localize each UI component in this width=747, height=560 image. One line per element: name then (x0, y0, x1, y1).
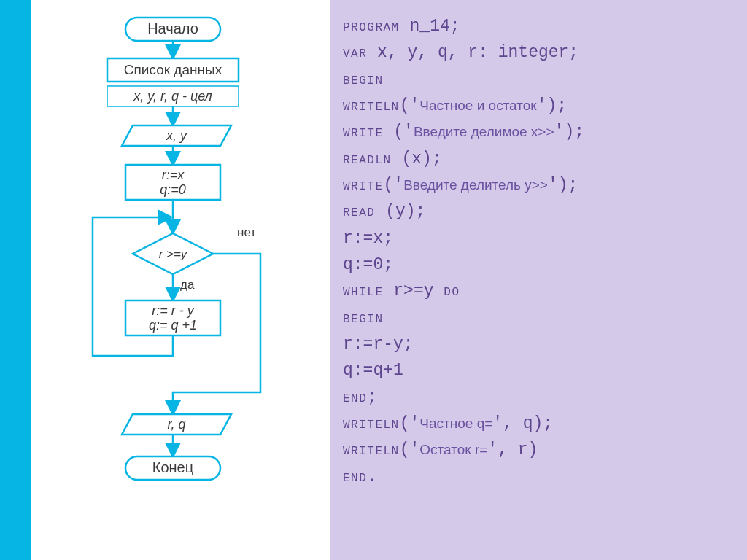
code-line-16: writeln('Частное q=', q); (343, 411, 734, 437)
content-area: Начало Список данных x, y, r, q - цел x,… (31, 0, 747, 560)
code-line-11: while r>=y do (343, 278, 734, 304)
init-label1: r:=x (162, 168, 185, 182)
init-label2: q:=0 (160, 182, 186, 197)
code-line-17: writeln('Остаток r=', r) (343, 437, 734, 463)
code-line-9: r:=x; (343, 225, 734, 252)
body-label1: r:= r - y (152, 303, 194, 318)
code-line-14: q:=q+1 (343, 357, 734, 384)
code-line-1: program n_14; (343, 13, 734, 39)
code-line-15: end; (343, 384, 734, 411)
yes-label: да (180, 278, 195, 292)
flowchart-panel: Начало Список данных x, y, r, q - цел x,… (31, 0, 330, 560)
input-label: x, y (166, 128, 187, 143)
left-stripe (0, 0, 31, 560)
code-line-10: q:=0; (343, 252, 734, 278)
flowchart-svg: Начало Список данных x, y, r, q - цел x,… (42, 13, 319, 553)
body-label2: q:= q +1 (149, 318, 197, 332)
code-panel: program n_14; var x, y, q, r: integer; b… (330, 0, 747, 560)
data-vars-label: x, y, r, q - цел (133, 89, 212, 104)
data-header-label: Список данных (124, 62, 222, 77)
code-line-4: writeln('Частное и остаток'); (343, 93, 734, 119)
code-line-2: var x, y, q, r: integer; (343, 39, 734, 66)
output-label: r, q (167, 417, 185, 432)
start-label: Начало (147, 20, 198, 36)
code-line-12: begin (343, 305, 734, 331)
end-label: Конец (152, 459, 193, 475)
code-line-5: write ('Введите делимое x>>'); (343, 119, 734, 145)
decision-label: r >=y (159, 247, 188, 261)
no-label: нет (237, 225, 256, 239)
code-line-8: read (y); (343, 198, 734, 225)
code-line-18: end. (343, 464, 734, 490)
code-line-3: begin (343, 66, 734, 93)
code-line-13: r:=r-y; (343, 331, 734, 357)
code-line-7: write('Введите делитель y>>'); (343, 172, 734, 198)
code-line-6: readln (x); (343, 146, 734, 172)
